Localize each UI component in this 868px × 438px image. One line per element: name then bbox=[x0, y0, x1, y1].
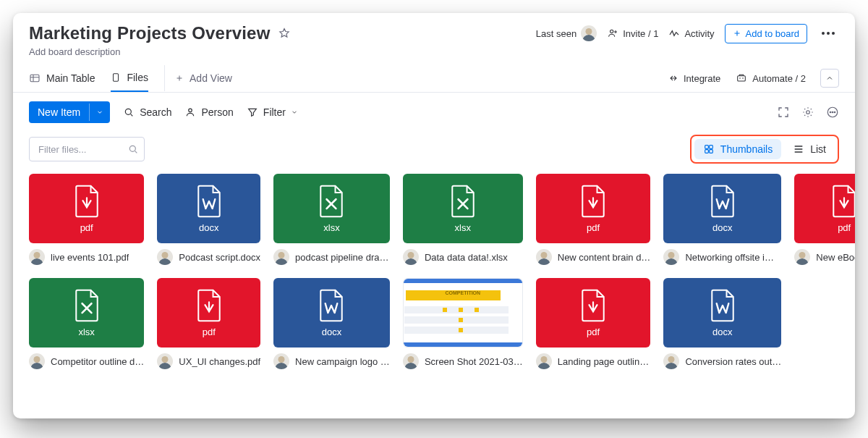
integrate-button[interactable]: Integrate bbox=[668, 72, 720, 84]
file-thumbnail[interactable]: docx bbox=[663, 278, 781, 348]
file-card[interactable]: pdfNew content brain d… bbox=[536, 174, 651, 265]
table-icon bbox=[29, 72, 41, 84]
file-thumbnail[interactable]: pdf bbox=[794, 174, 855, 243]
invite-label: Invite / 1 bbox=[623, 28, 658, 39]
tab-files-label: Files bbox=[127, 72, 148, 83]
add-to-board-button[interactable]: Add to board bbox=[725, 24, 807, 43]
tab-files[interactable]: Files bbox=[111, 64, 148, 92]
svg-point-12 bbox=[834, 111, 835, 113]
invite-button[interactable]: Invite / 1 bbox=[607, 28, 658, 39]
docx-file-icon bbox=[708, 289, 737, 322]
thumbnails-label: Thumbnails bbox=[720, 143, 773, 155]
avatar bbox=[157, 249, 173, 265]
file-card[interactable]: docxConversion rates out… bbox=[663, 278, 781, 369]
fullscreen-button[interactable] bbox=[777, 106, 790, 119]
collapse-button[interactable] bbox=[820, 69, 839, 88]
favorite-star-icon[interactable] bbox=[278, 27, 291, 40]
file-thumbnail[interactable]: pdf bbox=[29, 174, 144, 243]
file-meta: live events 101.pdf bbox=[29, 249, 144, 265]
file-name: Podcast script.docx bbox=[179, 252, 260, 263]
svg-point-10 bbox=[830, 111, 831, 113]
file-extension-label: pdf bbox=[587, 222, 600, 233]
file-meta: Podcast script.docx bbox=[157, 249, 260, 265]
file-card[interactable]: docxNetworking offsite i… bbox=[663, 174, 781, 265]
avatar bbox=[581, 25, 597, 41]
new-item-label: New Item bbox=[29, 101, 89, 123]
file-meta: Conversion rates out… bbox=[663, 353, 781, 369]
file-thumbnail[interactable]: COMPETITION bbox=[403, 278, 523, 348]
files-grid: pdflive events 101.pdfdocxPodcast script… bbox=[13, 174, 855, 384]
file-extension-label: docx bbox=[199, 222, 218, 233]
avatar bbox=[29, 249, 45, 265]
file-thumbnail[interactable]: docx bbox=[273, 278, 390, 348]
file-meta: Competitor outline d… bbox=[29, 353, 144, 369]
pdf-file-icon bbox=[72, 185, 101, 218]
avatar bbox=[536, 249, 552, 265]
file-thumbnail[interactable]: pdf bbox=[536, 174, 651, 243]
tab-main-table[interactable]: Main Table bbox=[29, 65, 95, 91]
filter-icon bbox=[247, 106, 258, 118]
file-card[interactable]: pdfLanding page outlin… bbox=[536, 278, 651, 369]
pdf-file-icon bbox=[579, 185, 608, 218]
tab-main-table-label: Main Table bbox=[46, 72, 95, 84]
more-menu-button[interactable] bbox=[817, 28, 839, 39]
last-seen[interactable]: Last seen bbox=[536, 25, 597, 41]
file-card[interactable]: docxNew campaign logo … bbox=[273, 278, 390, 369]
settings-button[interactable] bbox=[801, 106, 814, 119]
file-thumbnail[interactable]: xlsx bbox=[403, 174, 523, 243]
file-card[interactable]: docxPodcast script.docx bbox=[157, 174, 260, 265]
automate-button[interactable]: Automate / 2 bbox=[735, 72, 806, 84]
person-filter[interactable]: Person bbox=[184, 106, 233, 118]
avatar bbox=[403, 249, 419, 265]
thumbnails-toggle[interactable]: Thumbnails bbox=[694, 139, 781, 159]
svg-rect-2 bbox=[114, 74, 119, 82]
file-meta: Networking offsite i… bbox=[663, 249, 781, 265]
file-name: live events 101.pdf bbox=[51, 252, 129, 263]
board-header: Marketing Projects Overview Last seen In… bbox=[13, 13, 855, 46]
file-extension-label: xlsx bbox=[323, 222, 339, 233]
add-to-board-label: Add to board bbox=[746, 28, 799, 39]
file-extension-label: pdf bbox=[838, 222, 851, 233]
file-thumbnail[interactable]: xlsx bbox=[29, 278, 144, 348]
new-item-dropdown[interactable] bbox=[89, 104, 110, 121]
search-icon bbox=[127, 143, 139, 155]
activity-label: Activity bbox=[684, 28, 714, 39]
new-item-button[interactable]: New Item bbox=[29, 101, 110, 123]
svg-point-0 bbox=[610, 30, 613, 33]
xlsx-file-icon bbox=[317, 185, 346, 218]
activity-button[interactable]: Activity bbox=[668, 28, 714, 39]
file-card[interactable]: xlsxData data data!.xlsx bbox=[403, 174, 523, 265]
svg-rect-15 bbox=[709, 146, 712, 149]
views-bar: Main Table Files Add View Integrate bbox=[13, 64, 855, 93]
file-extension-label: docx bbox=[712, 222, 732, 233]
file-card[interactable]: pdfUX_UI changes.pdf bbox=[157, 278, 260, 369]
file-extension-label: pdf bbox=[203, 327, 216, 337]
search-button[interactable]: Search bbox=[123, 106, 171, 118]
file-thumbnail[interactable]: pdf bbox=[536, 278, 651, 348]
file-meta: podcast pipeline dra… bbox=[273, 249, 390, 265]
board-description[interactable]: Add board description bbox=[13, 46, 855, 64]
xlsx-file-icon bbox=[448, 185, 477, 218]
plus-icon bbox=[733, 29, 741, 38]
file-thumbnail[interactable]: xlsx bbox=[273, 174, 390, 243]
file-card[interactable]: xlsxCompetitor outline d… bbox=[29, 278, 144, 369]
file-name: Networking offsite i… bbox=[685, 252, 774, 263]
file-thumbnail[interactable]: docx bbox=[157, 174, 260, 243]
file-card[interactable]: xlsxpodcast pipeline dra… bbox=[273, 174, 390, 265]
avatar bbox=[794, 249, 810, 265]
add-view-button[interactable]: Add View bbox=[164, 65, 232, 91]
file-thumbnail[interactable]: docx bbox=[663, 174, 781, 243]
filter-button[interactable]: Filter bbox=[247, 106, 298, 118]
svg-rect-14 bbox=[705, 146, 708, 149]
file-card[interactable]: COMPETITIONScreen Shot 2021-03… bbox=[403, 278, 523, 369]
more-options-button[interactable] bbox=[826, 106, 839, 119]
svg-point-13 bbox=[129, 146, 135, 151]
file-card[interactable]: pdflive events 101.pdf bbox=[29, 174, 144, 265]
file-meta: UX_UI changes.pdf bbox=[157, 353, 260, 369]
file-card[interactable]: pdfNew eBook V1.pdf bbox=[794, 174, 855, 265]
file-thumbnail[interactable]: pdf bbox=[157, 278, 260, 348]
list-toggle[interactable]: List bbox=[784, 139, 835, 159]
pdf-file-icon bbox=[579, 289, 608, 322]
file-extension-label: xlsx bbox=[455, 222, 471, 233]
list-label: List bbox=[810, 143, 826, 155]
